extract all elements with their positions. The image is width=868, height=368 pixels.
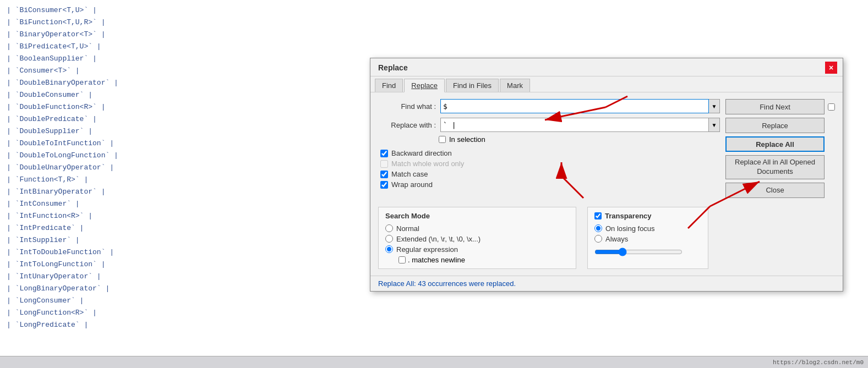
code-line: | `BiFunction<T,U,R>` | — [7, 17, 861, 29]
transparency-title: Transparency — [605, 212, 652, 220]
find-next-checkbox[interactable] — [828, 103, 835, 111]
dialog-title-bar: Replace × — [370, 58, 843, 76]
replace-with-input[interactable] — [440, 118, 709, 132]
search-mode-radio[interactable] — [385, 224, 393, 232]
in-selection-wrap: In selection — [439, 135, 485, 144]
checkbox-row: Wrap around — [378, 180, 720, 189]
search-mode-box: Search Mode NormalExtended (\n, \r, \t, … — [378, 207, 576, 269]
transparency-option: Always — [594, 235, 701, 243]
transparency-title-row: Transparency — [594, 212, 701, 220]
option-label: Wrap around — [391, 180, 433, 189]
tab-find-in-files[interactable]: Find in Files — [446, 79, 499, 92]
option-checkbox[interactable] — [380, 181, 388, 189]
option-checkbox[interactable] — [380, 150, 388, 157]
code-line: | `LongFunction<R>` | — [7, 307, 861, 319]
replace-with-row: Replace with : ▼ — [378, 118, 720, 132]
transparency-label: On losing focus — [605, 224, 655, 233]
option-label: Backward direction — [391, 149, 452, 157]
search-mode-label: Extended (\n, \r, \t, \0, \x...) — [396, 235, 481, 243]
find-next-row: Find Next — [725, 99, 835, 114]
url-display: https://blog2.csdn.net/m0 — [773, 359, 864, 366]
dialog-status-bar: Replace All: 43 occurrences were replace… — [370, 276, 843, 291]
tab-find[interactable]: Find — [375, 79, 403, 92]
search-mode-radio[interactable] — [385, 235, 393, 243]
matches-newline-label: . matches newline — [408, 256, 465, 264]
transparency-radios: On losing focusAlways — [594, 224, 701, 243]
replace-with-dropdown[interactable]: ▼ — [709, 118, 720, 132]
replace-dialog: Replace × FindReplaceFind in FilesMark F… — [370, 58, 843, 292]
replace-all-button[interactable]: Replace All — [725, 136, 825, 152]
find-what-input[interactable] — [440, 99, 709, 113]
checkbox-row: Match whole word only — [378, 160, 720, 168]
code-line: | `LongPredicate` | — [7, 319, 861, 331]
find-what-dropdown[interactable]: ▼ — [709, 99, 720, 113]
checkbox-row: Match case — [378, 170, 720, 178]
left-section: Find what : ▼ Replace with : ▼ — [378, 99, 720, 198]
find-what-input-wrap: ▼ — [440, 99, 720, 113]
replace-button[interactable]: Replace — [725, 118, 825, 133]
fields-area: Find what : ▼ Replace with : ▼ — [378, 99, 720, 132]
in-selection-row: In selection — [378, 135, 720, 144]
option-checkbox — [380, 160, 388, 168]
close-dialog-button[interactable]: × — [825, 62, 837, 74]
middle-section: Find what : ▼ Replace with : ▼ — [378, 99, 835, 198]
transparency-radio[interactable] — [594, 224, 602, 232]
code-line: | `BinaryOperator<T>` | — [7, 29, 861, 41]
in-selection-checkbox[interactable] — [439, 136, 446, 143]
options-area: Backward directionMatch whole word onlyM… — [378, 149, 720, 189]
code-line: | `BiPredicate<T,U>` | — [7, 41, 861, 53]
dialog-body: Find what : ▼ Replace with : ▼ — [370, 92, 843, 276]
transparency-slider[interactable] — [594, 248, 683, 256]
search-mode-label: Regular expression — [396, 245, 458, 254]
button-column: Find Next Replace Replace All Replace Al… — [725, 99, 835, 198]
tab-mark[interactable]: Mark — [500, 79, 530, 92]
search-mode-option: Regular expression — [385, 245, 569, 254]
transparency-label: Always — [605, 235, 628, 243]
replace-with-label: Replace with : — [378, 121, 436, 129]
find-next-button[interactable]: Find Next — [725, 99, 825, 114]
search-mode-option: Normal — [385, 224, 569, 233]
search-mode-radio[interactable] — [385, 245, 393, 253]
find-what-label: Find what : — [378, 102, 436, 111]
search-mode-label: Normal — [396, 224, 419, 233]
dialog-title: Replace — [378, 63, 408, 72]
tab-replace[interactable]: Replace — [404, 79, 445, 92]
search-mode-area: Search Mode NormalExtended (\n, \r, \t, … — [378, 207, 835, 269]
option-checkbox[interactable] — [380, 171, 388, 178]
option-label: Match whole word only — [391, 160, 464, 168]
code-line: | `BiConsumer<T,U>` | — [7, 4, 861, 17]
transparency-area: Transparency On losing focusAlways — [587, 207, 708, 269]
matches-newline-checkbox[interactable] — [398, 256, 406, 263]
search-mode-radios: NormalExtended (\n, \r, \t, \0, \x...)Re… — [385, 224, 569, 254]
transparency-checkbox[interactable] — [594, 212, 602, 219]
replace-all-opened-button[interactable]: Replace All in All Opened Documents — [725, 155, 825, 179]
replace-with-input-wrap: ▼ — [440, 118, 720, 132]
in-selection-label: In selection — [449, 135, 485, 144]
bottom-bar: https://blog2.csdn.net/m0 — [0, 356, 868, 368]
close-button[interactable]: Close — [725, 183, 825, 198]
dialog-tabs: FindReplaceFind in FilesMark — [370, 76, 843, 92]
transparency-option: On losing focus — [594, 224, 701, 233]
checkbox-row: Backward direction — [378, 149, 720, 157]
transparency-radio[interactable] — [594, 235, 602, 243]
matches-newline-row: . matches newline — [385, 256, 569, 264]
code-line: | `LongConsumer` | — [7, 295, 861, 307]
search-mode-title: Search Mode — [385, 212, 569, 220]
search-mode-option: Extended (\n, \r, \t, \0, \x...) — [385, 235, 569, 243]
option-label: Match case — [391, 170, 428, 178]
status-message: Replace All: 43 occurrences were replace… — [378, 279, 516, 288]
find-what-row: Find what : ▼ — [378, 99, 720, 113]
